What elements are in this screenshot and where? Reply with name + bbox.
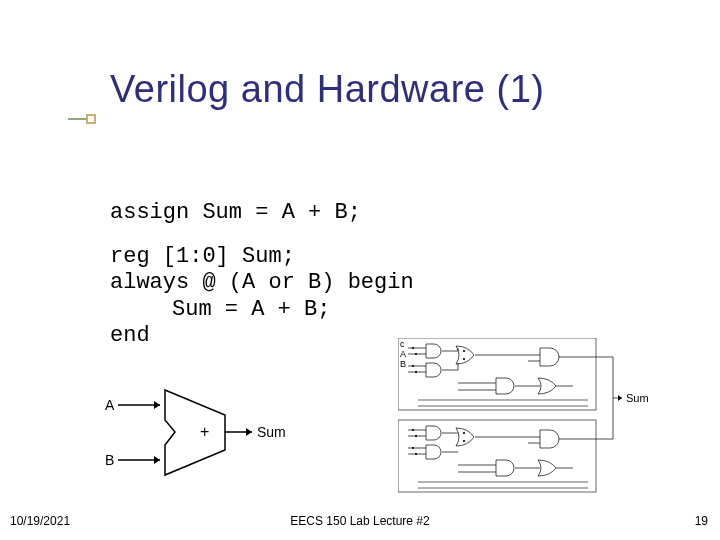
svg-marker-1 xyxy=(154,401,160,409)
code-assign: assign Sum = A + B; xyxy=(110,200,361,226)
svg-point-14 xyxy=(415,353,417,355)
bullet-icon xyxy=(68,118,90,120)
code-reg: reg [1:0] Sum; xyxy=(110,244,414,270)
svg-point-23 xyxy=(463,350,465,352)
code-end: end xyxy=(110,323,414,349)
svg-point-45 xyxy=(463,432,465,434)
svg-text:c: c xyxy=(400,339,405,349)
svg-rect-7 xyxy=(398,420,596,492)
code-body: Sum = A + B; xyxy=(110,297,414,323)
footer-page: 19 xyxy=(695,514,708,528)
code-always: always @ (A or B) begin xyxy=(110,270,414,296)
svg-point-24 xyxy=(463,358,465,360)
slide-title: Verilog and Hardware (1) xyxy=(110,68,544,111)
svg-point-13 xyxy=(412,347,414,349)
svg-point-41 xyxy=(412,447,414,449)
footer-center: EECS 150 Lab Lecture #2 xyxy=(290,514,429,528)
svg-text:B: B xyxy=(400,359,406,369)
adder-label-sum: Sum xyxy=(257,424,286,440)
adder-label-b: B xyxy=(105,452,114,468)
adder-label-a: A xyxy=(105,397,115,413)
svg-text:A: A xyxy=(400,349,406,359)
title-area: Verilog and Hardware (1) xyxy=(70,68,544,111)
adder-op: + xyxy=(200,423,209,440)
gate-diagram: c A B xyxy=(398,338,658,498)
svg-rect-6 xyxy=(398,338,596,410)
svg-marker-3 xyxy=(154,456,160,464)
svg-point-18 xyxy=(415,371,417,373)
adder-diagram: A B + Sum xyxy=(100,385,290,480)
svg-point-42 xyxy=(415,453,417,455)
code-always-block: reg [1:0] Sum; always @ (A or B) begin S… xyxy=(110,244,414,350)
svg-point-37 xyxy=(412,429,414,431)
footer-date: 10/19/2021 xyxy=(10,514,70,528)
svg-point-46 xyxy=(463,440,465,442)
svg-marker-5 xyxy=(246,428,252,436)
svg-point-38 xyxy=(415,435,417,437)
svg-marker-61 xyxy=(618,395,622,401)
bullet-dot-icon xyxy=(86,114,96,124)
gate-label-sum: Sum xyxy=(626,392,649,404)
svg-point-17 xyxy=(412,365,414,367)
